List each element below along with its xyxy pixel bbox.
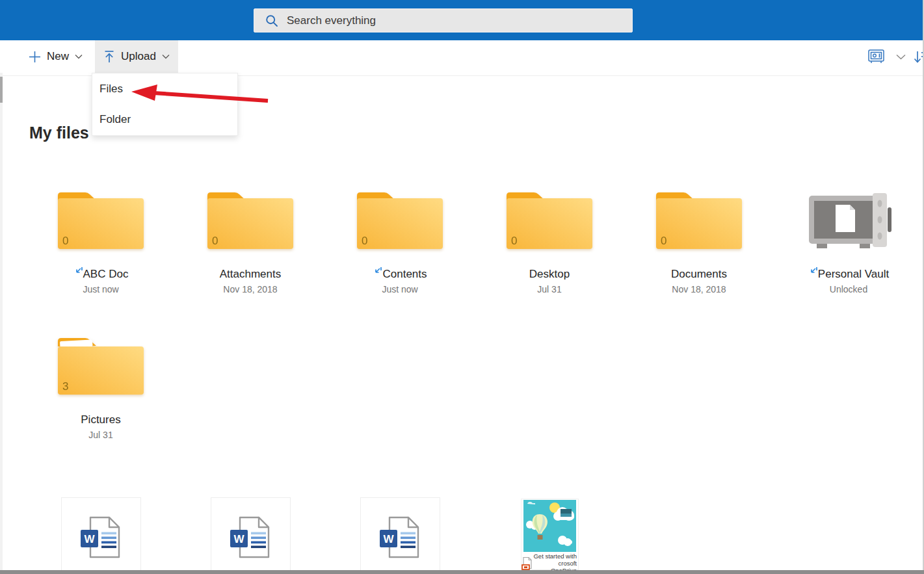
- onedrive-window: New Upload: [0, 0, 924, 574]
- vault-status: Unlocked: [787, 284, 910, 294]
- top-app-bar: [0, 0, 924, 40]
- intro-caption-line1: Get started with: [533, 553, 577, 560]
- chevron-down-icon: [162, 54, 170, 59]
- folder-date: Nov 18, 2018: [637, 284, 761, 294]
- command-bar: New Upload: [0, 40, 924, 76]
- sync-status-icon: [373, 267, 382, 276]
- personal-vault-icon: [805, 190, 893, 250]
- sync-status-icon: [73, 267, 83, 276]
- folder-count: 0: [511, 235, 517, 247]
- upload-icon: [103, 50, 115, 63]
- folder-count: 0: [212, 235, 218, 247]
- folder-icon: 0: [654, 190, 744, 250]
- window-bottom-edge: [0, 570, 924, 574]
- search-input[interactable]: [287, 14, 632, 27]
- folder-name: Pictures: [81, 413, 120, 426]
- folder-with-content-icon: 3: [56, 336, 146, 396]
- pdf-file-icon: [521, 556, 533, 571]
- search-icon: [265, 14, 278, 27]
- svg-text:W: W: [84, 533, 95, 545]
- onedrive-intro-card[interactable]: Get started with crosoft OneDrive: [521, 499, 579, 570]
- page-title: My files: [29, 124, 89, 142]
- folder-name: Personal Vault: [818, 268, 889, 281]
- folder-tile-contents[interactable]: 0 Contents Just now: [338, 183, 462, 294]
- word-file-card[interactable]: W: [360, 497, 440, 571]
- folder-tile-abc-doc[interactable]: 0 ABC Doc Just now: [39, 183, 163, 294]
- svg-text:W: W: [383, 533, 394, 545]
- folder-tile-documents[interactable]: 0 Documents Nov 18, 2018: [637, 183, 761, 294]
- folder-icon: 0: [505, 190, 594, 250]
- word-document-icon: W: [80, 515, 123, 560]
- upload-button[interactable]: Upload: [95, 40, 178, 73]
- word-file-card[interactable]: W: [211, 497, 291, 571]
- folder-name: Contents: [382, 268, 427, 281]
- menu-item-files[interactable]: Files: [92, 73, 237, 105]
- folder-name: Attachments: [220, 268, 282, 281]
- word-document-icon: W: [230, 515, 272, 560]
- sync-status-icon: [808, 267, 818, 276]
- folder-date: Just now: [39, 284, 163, 294]
- folder-name: Desktop: [529, 268, 570, 281]
- folder-date: Just now: [338, 284, 462, 294]
- folder-icon: 0: [205, 190, 295, 250]
- chevron-down-icon: [75, 54, 83, 59]
- folder-name: Documents: [671, 268, 727, 281]
- search-box[interactable]: [254, 8, 633, 33]
- upload-menu: Files Folder: [92, 73, 238, 136]
- folder-tile-attachments[interactable]: 0 Attachments Nov 18, 2018: [189, 183, 312, 294]
- menu-item-folder[interactable]: Folder: [92, 105, 237, 136]
- plus-icon: [29, 51, 41, 63]
- folder-count: 0: [661, 235, 667, 247]
- view-options-chevron-icon[interactable]: [896, 54, 906, 60]
- left-scrollbar-track[interactable]: [0, 73, 3, 570]
- toolbar-right-group: [868, 40, 906, 73]
- folder-icon: 0: [56, 190, 146, 250]
- svg-text:W: W: [233, 533, 244, 545]
- folder-icon: 0: [355, 190, 445, 250]
- intro-thumbnail: [523, 500, 576, 552]
- vault-view-icon[interactable]: [868, 49, 886, 64]
- folder-date: Jul 31: [488, 284, 611, 294]
- folder-tile-personal-vault[interactable]: Personal Vault Unlocked: [787, 183, 910, 294]
- folder-count: 0: [62, 235, 68, 247]
- folder-date: Jul 31: [39, 430, 163, 440]
- left-scrollbar-thumb[interactable]: [0, 77, 3, 103]
- folder-date: Nov 18, 2018: [189, 284, 312, 294]
- folder-tile-pictures[interactable]: 3 Pictures Jul 31: [39, 328, 163, 440]
- folder-tile-desktop[interactable]: 0 Desktop Jul 31: [488, 183, 611, 294]
- upload-button-label: Upload: [121, 50, 156, 63]
- word-file-card[interactable]: W: [61, 497, 141, 571]
- folder-count: 3: [62, 380, 68, 393]
- folder-count: 0: [362, 235, 367, 247]
- new-button[interactable]: New: [20, 40, 91, 73]
- folder-name: ABC Doc: [83, 268, 129, 281]
- word-document-icon: W: [379, 515, 422, 560]
- new-button-label: New: [47, 50, 69, 63]
